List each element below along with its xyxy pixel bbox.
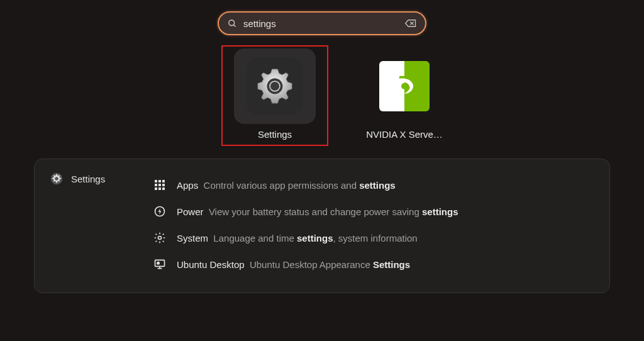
svg-point-19 <box>158 237 162 240</box>
gear-icon <box>50 172 64 186</box>
search-container <box>0 0 644 35</box>
app-nvidia-icon-wrap <box>364 48 445 124</box>
results-list: Apps Control various app permissions and… <box>153 172 589 277</box>
result-text: Ubuntu Desktop Ubuntu Desktop Appearance… <box>177 259 410 270</box>
app-grid: Settings NVIDIA X Serve… <box>0 35 644 146</box>
app-settings-label: Settings <box>258 129 292 140</box>
result-text: Power View your battery status and chang… <box>177 206 458 217</box>
svg-rect-9 <box>155 180 157 182</box>
app-settings-icon-wrap <box>234 48 316 124</box>
svg-rect-15 <box>155 187 157 190</box>
result-system[interactable]: System Language and time settings, syste… <box>153 225 589 251</box>
gear-icon <box>247 58 303 115</box>
svg-line-1 <box>233 25 235 26</box>
results-panel: Settings Apps Control various app permis… <box>34 159 610 293</box>
svg-rect-16 <box>158 187 161 190</box>
svg-rect-13 <box>158 184 161 186</box>
svg-point-6 <box>401 83 408 89</box>
results-category-label: Settings <box>71 174 105 184</box>
power-icon <box>153 204 167 218</box>
grid-icon <box>153 178 167 192</box>
result-text: System Language and time settings, syste… <box>177 233 418 243</box>
result-ubuntu-desktop[interactable]: Ubuntu Desktop Ubuntu Desktop Appearance… <box>153 251 589 277</box>
app-nvidia-label: NVIDIA X Serve… <box>366 129 443 140</box>
nvidia-icon <box>379 61 430 111</box>
search-input[interactable] <box>237 18 405 29</box>
search-icon <box>228 19 237 28</box>
system-gear-icon <box>153 231 167 245</box>
desktop-icon <box>153 257 167 271</box>
svg-rect-11 <box>162 180 165 182</box>
clear-icon[interactable] <box>405 19 416 28</box>
svg-rect-12 <box>155 184 157 186</box>
svg-rect-14 <box>162 184 165 186</box>
svg-rect-17 <box>162 187 165 190</box>
svg-point-0 <box>229 20 235 25</box>
result-power[interactable]: Power View your battery status and chang… <box>153 198 589 225</box>
search-box[interactable] <box>218 11 426 35</box>
svg-point-23 <box>157 262 159 264</box>
result-apps[interactable]: Apps Control various app permissions and… <box>153 172 589 198</box>
svg-point-8 <box>55 177 58 181</box>
result-text: Apps Control various app permissions and… <box>177 180 396 191</box>
app-settings[interactable]: Settings <box>221 45 328 146</box>
svg-rect-10 <box>158 180 161 182</box>
app-nvidia[interactable]: NVIDIA X Serve… <box>351 45 458 146</box>
